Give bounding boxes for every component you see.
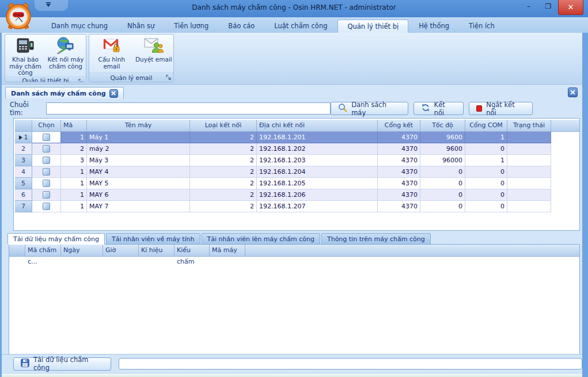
table-cell [507, 143, 551, 155]
ribbon-tab[interactable]: Danh mục chung [42, 20, 117, 33]
table-cell: 4370 [378, 166, 420, 178]
column-header[interactable]: Trạng thái [507, 120, 551, 132]
declare-attendance-device-button[interactable]: Khai báo máy chấm công [5, 36, 45, 77]
search-input[interactable] [46, 102, 331, 115]
connect-button[interactable]: Kết nối [414, 102, 464, 115]
column-header[interactable]: Địa chi kết nối [257, 120, 378, 132]
table-cell: MAY 5 [87, 178, 190, 189]
table-cell: 2 [190, 189, 257, 201]
ribbon-tab[interactable]: Báo cáo [219, 20, 264, 33]
column-header[interactable]: Ngày [61, 245, 103, 257]
ribbon-tab[interactable]: Tiền lương [165, 20, 218, 33]
column-header[interactable]: Tốc độ truyền [420, 120, 465, 132]
table-cell: Máy 1 [87, 132, 190, 143]
row-header[interactable]: 5 [15, 178, 32, 189]
search-toolbar: Chuỗi tìm: Danh sách máy [2, 99, 582, 118]
column-header[interactable]: Mã máy [61, 120, 87, 132]
table-cell: 3 [61, 155, 87, 166]
close-button[interactable]: ✕ [558, 0, 583, 15]
column-header[interactable]: Kí hiệu [139, 245, 174, 257]
table-cell: 96000 [420, 155, 465, 166]
attendance-device-icon [16, 36, 35, 55]
connect-attendance-device-button[interactable]: Kết nối máy chấm công [45, 36, 86, 77]
ribbon-tab[interactable]: Quản lý thiết bị [337, 20, 408, 33]
svg-text:OSIN: OSIN [14, 13, 24, 17]
row-checkbox[interactable] [43, 157, 50, 164]
row-header[interactable]: 4 [15, 166, 32, 178]
column-header[interactable]: Chọn [32, 120, 61, 132]
status-strip [2, 373, 582, 377]
table-row[interactable]: 51MAY 52192.168.1.205437000 [15, 178, 579, 189]
configure-email-button[interactable]: Cấu hình email [89, 36, 134, 73]
table-row[interactable]: 11Máy 12192.168.1.201437096001 [15, 132, 579, 143]
column-header[interactable]: Cổng kết nối [378, 120, 420, 132]
minimize-button[interactable]: – [519, 0, 538, 13]
table-cell: 9600 [420, 132, 465, 143]
table-cell: Máy 3 [87, 155, 190, 166]
column-header[interactable]: Mã chấm c... [25, 245, 61, 257]
row-checkbox[interactable] [43, 180, 50, 187]
ribbon-button-label: Kết nối máy chấm công [45, 56, 86, 70]
download-attendance-data-button[interactable]: Tải dữ liệu chấm công [13, 357, 111, 371]
dialog-launcher-icon[interactable] [78, 79, 84, 83]
row-checkbox[interactable] [43, 191, 50, 199]
column-header[interactable]: Mã máy [210, 245, 245, 257]
table-cell: 1 [465, 155, 507, 166]
table-cell: 0 [465, 201, 507, 212]
browse-email-button[interactable]: Duyệt email [134, 36, 173, 73]
row-checkbox[interactable] [43, 203, 50, 210]
table-cell: 1 [61, 201, 87, 212]
table-cell: 0 [465, 143, 507, 155]
table-row[interactable]: 61MAY 62192.168.1.206437000 [15, 189, 579, 201]
table-cell: 2 [61, 143, 87, 155]
column-header[interactable]: Tên máy [87, 120, 190, 132]
table-row[interactable]: 22máy 22192.168.1.202437096000 [15, 143, 579, 155]
column-header[interactable]: Cổng COM [465, 120, 507, 132]
lower-tab[interactable]: Tải nhân viên lên máy chấm công [202, 233, 320, 245]
document-tab[interactable]: Danh sách máy chấm công [5, 87, 124, 99]
table-row[interactable]: 33Máy 32192.168.1.2034370960001 [15, 155, 579, 166]
ribbon-tab[interactable]: Luật chấm công [265, 20, 336, 33]
row-header[interactable]: 6 [15, 189, 32, 201]
search-icon [338, 103, 347, 114]
row-checkbox[interactable] [43, 168, 50, 176]
ribbon-tab[interactable]: Tiện ích [460, 20, 504, 33]
row-header[interactable]: 2 [15, 143, 32, 155]
row-header[interactable]: 3 [15, 155, 32, 166]
maximize-button[interactable]: ❐ [538, 0, 558, 13]
table-cell: 1 [61, 132, 87, 143]
table-cell: 192.168.1.203 [257, 155, 378, 166]
document-tab-close-icon[interactable] [109, 89, 118, 98]
lower-tab[interactable]: Tải dữ liệu máy chấm công [7, 233, 105, 245]
table-cell: 2 [190, 201, 257, 212]
table-cell [507, 189, 551, 201]
ribbon-group-email: Cấu hình email Duyệt email [89, 34, 174, 82]
table-cell: 4370 [378, 178, 420, 189]
table-cell: 2 [190, 143, 257, 155]
dialog-launcher-icon[interactable] [166, 75, 172, 81]
ribbon-group-devices: Khai báo máy chấm công [5, 34, 86, 82]
column-header[interactable]: Loại kết nối [190, 120, 257, 132]
ribbon-button-label: Duyệt email [135, 56, 172, 63]
row-header[interactable]: 1 [15, 132, 32, 143]
ribbon-tab[interactable]: Nhân sự [118, 20, 164, 33]
ribbon: Khai báo máy chấm công [2, 33, 582, 85]
column-header[interactable]: Kiểu chấm [174, 245, 210, 257]
column-header[interactable]: Giờ [103, 245, 139, 257]
table-row[interactable]: 71MAY 72192.168.1.207437000 [15, 201, 579, 212]
sync-icon [421, 103, 430, 114]
table-row[interactable]: 41MAY 42192.168.1.204437000 [15, 166, 579, 178]
lower-tab[interactable]: Tải nhân viên về máy tính [106, 233, 200, 245]
lower-tab[interactable]: Thông tin trên máy chấm công [321, 233, 431, 245]
table-cell: 4370 [378, 132, 420, 143]
envelope-contacts-icon [144, 36, 164, 55]
row-checkbox[interactable] [43, 134, 50, 141]
ribbon-group-label: Quản lý thiết bị [5, 77, 86, 83]
ribbon-tab[interactable]: Hệ thống [409, 20, 458, 33]
row-checkbox[interactable] [43, 145, 50, 153]
machine-list-button[interactable]: Danh sách máy [331, 102, 408, 115]
table-cell [507, 132, 551, 143]
disconnect-button[interactable]: Ngắt kết nối [469, 102, 533, 115]
tabstrip-close-button[interactable] [568, 87, 578, 97]
row-header[interactable]: 7 [15, 201, 32, 212]
